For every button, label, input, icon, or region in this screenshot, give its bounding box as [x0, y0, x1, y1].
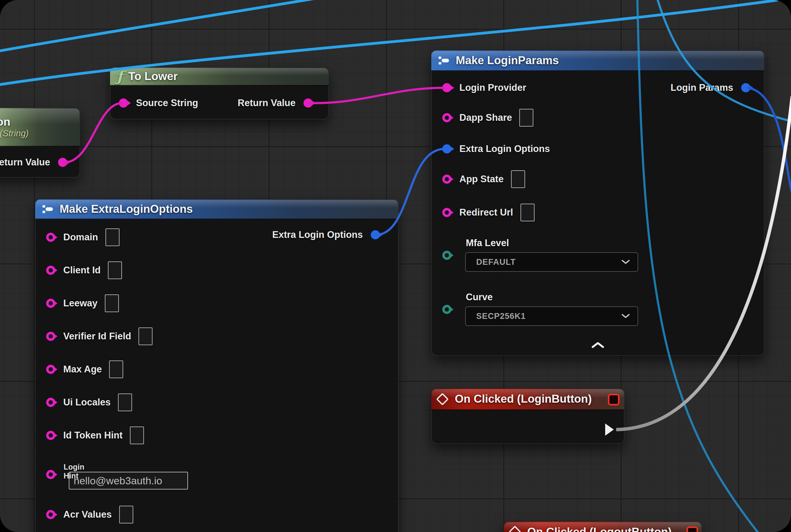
domain-label: Domain [63, 232, 98, 243]
to-lower-return-row: Return Value [238, 96, 329, 110]
node-string-source-header[interactable]: tion ox (String) [0, 108, 80, 147]
event-diamond-icon [508, 526, 521, 532]
login-params-out-row: Login Params [671, 81, 765, 94]
redirect-url-pin[interactable] [442, 208, 451, 217]
extra-login-options-out-label: Extra Login Options [272, 229, 363, 240]
login-provider-label: Login Provider [459, 82, 526, 93]
return-value-label: eturn Value [0, 157, 50, 168]
node-make-extra-login-options[interactable]: Make ExtraLoginOptions Extra Login Optio… [35, 200, 399, 532]
client-id-row: Client Id [46, 264, 122, 277]
login-params-out-pin[interactable] [741, 83, 750, 92]
node-subtitle: ox (String) [0, 128, 29, 138]
make-extra-login-options-title: Make ExtraLoginOptions [60, 203, 193, 215]
node-title: tion [0, 116, 11, 128]
domain-pin[interactable] [46, 233, 55, 242]
make-struct-icon [42, 204, 54, 214]
to-lower-header[interactable]: ƒ To Lower [110, 68, 329, 86]
id-token-hint-input[interactable] [130, 426, 144, 444]
verifier-id-field-label: Verifier Id Field [63, 331, 131, 342]
curve-pin[interactable] [442, 305, 451, 314]
source-string-row: Source String [119, 96, 198, 110]
id-token-hint-pin[interactable] [46, 431, 55, 440]
verifier-id-field-row: Verifier Id Field [46, 329, 153, 343]
dapp-share-pin[interactable] [442, 113, 451, 122]
extra-login-options-in-pin[interactable] [442, 144, 451, 153]
event-diamond-icon [436, 393, 449, 405]
max-age-label: Max Age [63, 364, 102, 375]
mfa-level-label: Mfa Level [466, 238, 509, 249]
acr-values-input[interactable] [119, 506, 133, 524]
app-state-pin[interactable] [442, 175, 451, 184]
collapse-node-button[interactable] [591, 342, 604, 349]
delegate-output-pin[interactable] [608, 394, 619, 405]
return-value-pin[interactable] [58, 158, 67, 167]
mfa-level-value: DEFAULT [476, 258, 516, 267]
curve-value: SECP256K1 [476, 311, 526, 321]
client-id-input[interactable] [108, 261, 122, 279]
max-age-input[interactable] [109, 360, 123, 378]
delegate-output-pin[interactable] [687, 527, 698, 532]
wire-cyan-top-1[interactable] [0, 0, 333, 51]
app-state-input[interactable] [511, 170, 525, 188]
verifier-id-field-pin[interactable] [46, 332, 55, 341]
node-on-clicked-logout-button[interactable]: On Clicked (LogoutButton) [504, 521, 702, 532]
login-params-out-label: Login Params [671, 82, 733, 93]
id-token-hint-row: Id Token Hint [46, 429, 144, 442]
make-login-params-header[interactable]: Make LoginParams [431, 51, 765, 71]
ui-locales-row: Ui Locales [46, 396, 132, 409]
login-hint-input[interactable]: hello@web3auth.io [69, 472, 188, 490]
to-lower-return-label: Return Value [238, 97, 296, 109]
leeway-row: Leeway [46, 297, 119, 310]
ui-locales-pin[interactable] [46, 398, 55, 407]
max-age-pin[interactable] [46, 365, 55, 374]
max-age-row: Max Age [46, 363, 123, 376]
extra-login-options-in-label: Extra Login Options [459, 144, 550, 154]
mfa-level-dropdown[interactable]: DEFAULT [465, 252, 638, 272]
verifier-id-field-input[interactable] [138, 327, 153, 345]
login-provider-row: Login Provider [442, 81, 526, 94]
on-clicked-login-title: On Clicked (LoginButton) [455, 393, 592, 405]
acr-values-pin[interactable] [46, 510, 55, 519]
leeway-input[interactable] [105, 294, 119, 312]
domain-row: Domain [46, 230, 119, 244]
app-state-row: App State [442, 172, 525, 186]
dapp-share-input[interactable] [519, 109, 533, 127]
acr-values-label: Acr Values [63, 509, 112, 520]
return-value-row: eturn Value [0, 156, 80, 169]
client-id-pin[interactable] [46, 266, 55, 275]
on-clicked-login-header[interactable]: On Clicked (LoginButton) [431, 388, 624, 410]
chevron-up-icon [591, 342, 604, 348]
make-struct-icon [438, 55, 450, 66]
dapp-share-row: Dapp Share [442, 111, 533, 125]
domain-input[interactable] [105, 228, 119, 246]
leeway-label: Leeway [63, 298, 97, 309]
exec-output-pin[interactable] [605, 423, 614, 437]
source-string-label: Source String [136, 97, 198, 109]
extra-login-options-out-row: Extra Login Options [272, 228, 399, 242]
screenshot-stage: tion ox (String) eturn Value ƒ To Lower … [0, 0, 791, 532]
ui-locales-input[interactable] [118, 394, 132, 411]
curve-label: Curve [466, 292, 493, 303]
redirect-url-label: Redirect Url [459, 207, 513, 218]
id-token-hint-label: Id Token Hint [63, 430, 122, 441]
node-on-clicked-login-button[interactable]: On Clicked (LoginButton) [431, 388, 624, 444]
function-icon: ƒ [117, 70, 123, 83]
mfa-level-pin[interactable] [442, 251, 451, 260]
on-clicked-logout-header[interactable]: On Clicked (LogoutButton) [504, 521, 702, 532]
redirect-url-input[interactable] [521, 204, 535, 221]
login-hint-pin[interactable] [46, 470, 55, 479]
wire-string-tolower-to-loginprovider[interactable] [309, 88, 445, 103]
node-string-source-partial[interactable]: tion ox (String) eturn Value [0, 108, 80, 178]
leeway-pin[interactable] [46, 299, 55, 308]
client-id-label: Client Id [63, 265, 100, 276]
make-extra-login-options-header[interactable]: Make ExtraLoginOptions [35, 200, 399, 220]
make-login-params-title: Make LoginParams [456, 54, 559, 67]
login-provider-pin[interactable] [442, 83, 451, 92]
source-string-pin[interactable] [119, 98, 128, 108]
blueprint-canvas[interactable]: tion ox (String) eturn Value ƒ To Lower … [0, 0, 791, 532]
to-lower-return-pin[interactable] [304, 98, 313, 108]
node-to-lower[interactable]: ƒ To Lower Source String Return Value [110, 68, 329, 119]
curve-dropdown[interactable]: SECP256K1 [465, 306, 638, 326]
extra-login-options-out-pin[interactable] [371, 230, 380, 240]
node-make-login-params[interactable]: Make LoginParams Login Params Login Prov… [431, 51, 765, 356]
